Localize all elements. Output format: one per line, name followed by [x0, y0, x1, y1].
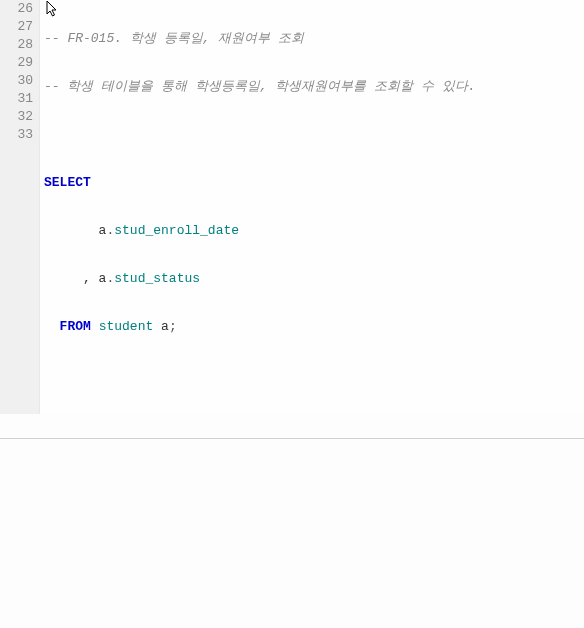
code-line-31[interactable]: , a.stud_status [44, 270, 584, 288]
gutter-line: 31 [4, 90, 33, 108]
space [91, 318, 99, 336]
alias: a [99, 222, 107, 240]
code-line-27[interactable]: -- 학생 테이블을 통해 학생등록일, 학생재원여부를 조회할 수 있다. [44, 78, 584, 96]
keyword-select: SELECT [44, 174, 91, 192]
code-line-33[interactable] [44, 366, 584, 384]
code-area: 26 27 28 29 30 31 32 33 -- FR-015. 학생 등록… [0, 0, 584, 414]
code-line-30[interactable]: a.stud_enroll_date [44, 222, 584, 240]
code-line-32[interactable]: FROM student a; [44, 318, 584, 336]
table-name: student [99, 318, 154, 336]
code-line-29[interactable]: SELECT [44, 174, 584, 192]
space [153, 318, 161, 336]
indent: , [44, 270, 99, 288]
semicolon: ; [169, 318, 177, 336]
column-name: stud_status [114, 270, 200, 288]
gutter-line: 29 [4, 54, 33, 72]
indent [44, 222, 99, 240]
panel-divider[interactable] [0, 438, 584, 439]
gutter-line: 26 [4, 0, 33, 18]
gutter-line: 30 [4, 72, 33, 90]
dot: . [106, 222, 114, 240]
sql-editor[interactable]: 26 27 28 29 30 31 32 33 -- FR-015. 학생 등록… [0, 0, 584, 628]
gutter-line: 32 [4, 108, 33, 126]
gutter-line: 28 [4, 36, 33, 54]
alias: a [161, 318, 169, 336]
comment-text: -- FR-015. 학생 등록일, 재원여부 조회 [44, 30, 304, 48]
code-line-26[interactable]: -- FR-015. 학생 등록일, 재원여부 조회 [44, 30, 584, 48]
gutter-line: 33 [4, 126, 33, 144]
line-gutter: 26 27 28 29 30 31 32 33 [0, 0, 40, 414]
code-body[interactable]: -- FR-015. 학생 등록일, 재원여부 조회 -- 학생 테이블을 통해… [40, 0, 584, 414]
indent [44, 318, 60, 336]
keyword-from: FROM [60, 318, 91, 336]
comment-text: -- 학생 테이블을 통해 학생등록일, 학생재원여부를 조회할 수 있다. [44, 78, 476, 96]
gutter-line: 27 [4, 18, 33, 36]
column-name: stud_enroll_date [114, 222, 239, 240]
dot: . [106, 270, 114, 288]
code-line-28[interactable] [44, 126, 584, 144]
alias: a [99, 270, 107, 288]
